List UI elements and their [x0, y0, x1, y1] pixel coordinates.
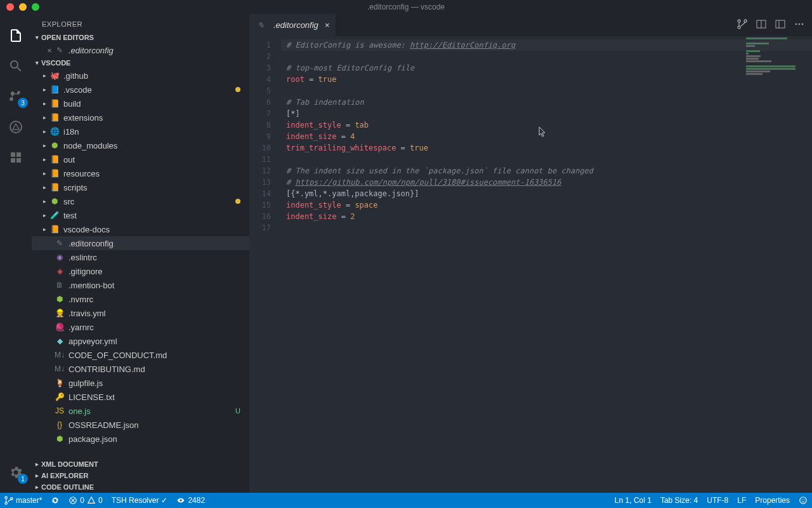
open-editors-section-header[interactable]: OPEN EDITORS	[32, 32, 249, 43]
code-line[interactable]: indent_size = 4	[281, 131, 812, 142]
eol-status[interactable]: LF	[733, 493, 750, 508]
file-item[interactable]: {}OSSREADME.json	[32, 418, 249, 432]
code-line[interactable]	[281, 222, 812, 234]
git-branch-status[interactable]: master*	[0, 493, 46, 508]
file-type-icon: 👷	[55, 308, 65, 318]
file-item[interactable]: M↓CODE_OF_CONDUCT.md	[32, 348, 249, 362]
chevron-right-icon: ▸	[43, 86, 49, 93]
folder-item[interactable]: ▸📘.vscode	[32, 83, 249, 97]
file-item[interactable]: 👷.travis.yml	[32, 306, 249, 320]
chevron-right-icon: ▸	[43, 100, 49, 107]
file-item[interactable]: ⬢package.json	[32, 432, 249, 446]
file-item[interactable]: 🗎.mention-bot	[32, 278, 249, 292]
chevron-right-icon: ▸	[43, 72, 49, 79]
folder-item[interactable]: ▸📙extensions	[32, 110, 249, 124]
more-actions-icon[interactable]	[794, 19, 804, 31]
language-mode-status[interactable]: Properties	[750, 493, 794, 508]
file-type-icon: 🗎	[55, 280, 65, 290]
file-tree: ▸🐙.github▸📘.vscode▸📙build▸📙extensions▸🌐i…	[32, 69, 249, 458]
item-label: .github	[63, 71, 249, 81]
code-line[interactable]: indent_size = 2	[281, 211, 812, 222]
code-line[interactable]	[281, 85, 812, 97]
code-line[interactable]: trim_trailing_whitespace = true	[281, 142, 812, 154]
code-content[interactable]: # EditorConfig is awesome: http://Editor…	[281, 39, 812, 493]
folder-item[interactable]: ▸⬢src	[32, 194, 249, 208]
code-outline-section-header[interactable]: CODE OUTLINE	[32, 481, 249, 493]
tab-editorconfig[interactable]: ✎ .editorconfig ×	[249, 14, 336, 36]
scm-decoration: U	[235, 407, 240, 415]
code-line[interactable]: # EditorConfig is awesome: http://Editor…	[281, 39, 812, 51]
folder-item[interactable]: ▸🌐i18n	[32, 124, 249, 138]
file-item[interactable]: 🧶.yarnrc	[32, 320, 249, 334]
ai-explorer-section-header[interactable]: AI EXPLORER	[32, 470, 249, 481]
folder-item[interactable]: ▸📙out	[32, 152, 249, 166]
views-status[interactable]: 2482	[172, 493, 209, 508]
folder-item[interactable]: ▸🧪test	[32, 208, 249, 222]
item-label: OSSREADME.json	[69, 420, 249, 430]
cursor-position-status[interactable]: Ln 1, Col 1	[610, 493, 656, 508]
resolver-label: TSH Resolver	[112, 496, 159, 505]
svg-point-7	[802, 23, 804, 25]
close-icon[interactable]: ×	[322, 20, 330, 30]
settings-gear-icon[interactable]: 1	[0, 457, 32, 488]
code-line[interactable]: [*]	[281, 108, 812, 119]
file-type-icon: 📘	[49, 84, 60, 95]
code-line[interactable]: # top-most EditorConfig file	[281, 62, 812, 74]
file-item[interactable]: 🔑LICENSE.txt	[32, 390, 249, 404]
code-line[interactable]: # https://github.com/npm/npm/pull/3180#i…	[281, 177, 812, 188]
file-item[interactable]: 🍹gulpfile.js	[32, 376, 249, 390]
encoding-status[interactable]: UTF-8	[702, 493, 733, 508]
code-line[interactable]	[281, 51, 812, 62]
extensions-view-icon[interactable]	[0, 142, 32, 173]
debug-view-icon[interactable]	[0, 112, 32, 142]
file-item[interactable]: JSone.jsU	[32, 404, 249, 418]
code-line[interactable]: [{*.yml,*.yaml,package.json}]	[281, 188, 812, 199]
file-item[interactable]: M↓CONTRIBUTING.md	[32, 362, 249, 376]
file-type-icon: {}	[55, 420, 65, 430]
folder-item[interactable]: ▸📙scripts	[32, 180, 249, 194]
file-item[interactable]: ⬢.nvmrc	[32, 292, 249, 306]
file-type-icon: 🧪	[49, 210, 60, 220]
file-item[interactable]: ◆appveyor.yml	[32, 334, 249, 348]
chevron-right-icon: ▸	[43, 156, 49, 163]
file-type-icon: ⬢	[49, 196, 60, 206]
code-line[interactable]: indent_style = space	[281, 199, 812, 211]
settings-badge: 1	[18, 474, 28, 484]
explorer-view-icon[interactable]	[0, 20, 32, 51]
project-section-header[interactable]: VSCODE	[32, 57, 249, 69]
folder-item[interactable]: ▸⬢node_modules	[32, 138, 249, 152]
scm-view-icon[interactable]: 3	[0, 81, 32, 112]
sync-status[interactable]	[46, 493, 64, 508]
problems-status[interactable]: 0 0	[64, 493, 107, 508]
item-label: .yarnrc	[69, 323, 249, 332]
error-count: 0	[80, 496, 84, 505]
file-type-icon: ⬢	[55, 434, 65, 444]
feedback-icon[interactable]	[794, 493, 812, 508]
folder-item[interactable]: ▸📙resources	[32, 166, 249, 180]
folder-item[interactable]: ▸📙vscode-docs	[32, 222, 249, 236]
code-line[interactable]: # Tab indentation	[281, 97, 812, 108]
folder-item[interactable]: ▸🐙.github	[32, 69, 249, 83]
folder-item[interactable]: ▸📙build	[32, 97, 249, 110]
minimap[interactable]	[746, 37, 803, 76]
git-compare-icon[interactable]	[737, 19, 747, 31]
item-label: CONTRIBUTING.md	[69, 364, 249, 374]
open-editor-item[interactable]: × ✎ .editorconfig	[32, 43, 249, 57]
layout-icon[interactable]	[775, 19, 785, 31]
split-editor-icon[interactable]	[756, 19, 766, 31]
ai-section-label: AI EXPLORER	[41, 472, 89, 479]
code-line[interactable]: # The indent size used in the `package.j…	[281, 165, 812, 177]
item-label: .eslintrc	[69, 253, 249, 262]
tab-size-status[interactable]: Tab Size: 4	[656, 493, 702, 508]
editor-body[interactable]: 1234567891011121314151617 # EditorConfig…	[249, 36, 812, 493]
resolver-status[interactable]: TSH Resolver ✓	[107, 493, 173, 508]
search-view-icon[interactable]	[0, 51, 32, 81]
file-item[interactable]: ◉.eslintrc	[32, 250, 249, 264]
code-line[interactable]	[281, 154, 812, 165]
file-item[interactable]: ◈.gitignore	[32, 264, 249, 278]
xml-document-section-header[interactable]: XML DOCUMENT	[32, 458, 249, 470]
file-item[interactable]: ✎.editorconfig	[32, 236, 249, 250]
code-line[interactable]: indent_style = tab	[281, 119, 812, 131]
close-icon[interactable]: ×	[44, 46, 55, 55]
code-line[interactable]: root = true	[281, 74, 812, 85]
